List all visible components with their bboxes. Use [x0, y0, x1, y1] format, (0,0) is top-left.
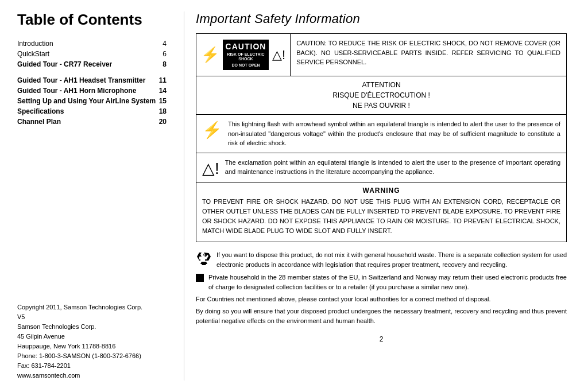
toc-page: 14 — [158, 86, 167, 96]
toc-row: QuickStart6 — [17, 49, 167, 59]
toc-page: 15 — [158, 96, 167, 106]
attention-line1: ATTENTION — [201, 80, 562, 90]
para2: By doing so you will ensure that your di… — [196, 306, 567, 326]
footer-line2: V5 — [17, 313, 25, 320]
page: Table of Contents Introduction4QuickStar… — [0, 0, 584, 392]
footer-line6: Phone: 1-800-3-SAMSON (1-800-372-6766) — [17, 352, 141, 359]
caution-sub2: DO NOT OPEN — [231, 63, 260, 68]
toc-page: 8 — [158, 59, 167, 69]
lightning-warning-text: This lightning flash with arrowhead symb… — [228, 119, 560, 148]
para1: For Countries not mentioned above, pleas… — [196, 294, 567, 304]
footer-line1: Copyright 2011, Samson Technologies Corp… — [17, 304, 142, 311]
toc-row: Setting Up and Using Your AirLine System… — [17, 96, 167, 106]
warning-block: WARNING TO PREVENT FIRE OR SHOCK HAZARD.… — [196, 183, 567, 242]
attention-line2: RISQUE D'ÉLECTROCUTION ! — [201, 90, 562, 100]
attention-block: ATTENTION RISQUE D'ÉLECTROCUTION ! NE PA… — [196, 76, 567, 115]
footer-line7: Fax: 631-784-2201 — [17, 362, 71, 369]
toc-label: Setting Up and Using Your AirLine System — [17, 96, 158, 106]
toc-label: Specifications — [17, 106, 158, 117]
toc-label: Guided Tour - AH1 Horn Microphone — [17, 86, 158, 96]
toc-label: QuickStart — [17, 49, 158, 59]
toc-page: 11 — [158, 75, 167, 86]
toc-page: 4 — [158, 38, 167, 49]
toc-page: 18 — [158, 106, 167, 117]
private-square-icon — [196, 274, 204, 282]
lightning-icon: ⚡ — [201, 46, 219, 64]
caution-word: CAUTION — [226, 42, 266, 51]
toc-label: Introduction — [17, 38, 158, 49]
caution-sub1: RISK OF ELECTRIC SHOCK — [226, 52, 265, 62]
lightning-warning-icon: ⚡ — [202, 121, 222, 139]
caution-block: ⚡ CAUTION RISK OF ELECTRIC SHOCK DO NOT … — [196, 33, 567, 76]
footer-line5: Hauppauge, New York 11788-8816 — [17, 343, 115, 350]
exclamation-triangle-icon: △! — [272, 48, 285, 63]
right-column: Important Safety Information ⚡ CAUTION R… — [184, 11, 567, 381]
warning-body: TO PREVENT FIRE OR SHOCK HAZARD. DO NOT … — [202, 197, 560, 236]
caution-text: CAUTION: TO REDUCE THE RISK OF ELECTRIC … — [291, 34, 566, 76]
toc-row: Channel Plan20 — [17, 117, 167, 127]
section-title: Important Safety Information — [196, 11, 567, 26]
attention-line3: NE PAS OUVRIR ! — [201, 100, 562, 111]
toc-row: Guided Tour - CR77 Receiver8 — [17, 59, 167, 69]
toc-page: 6 — [158, 49, 167, 59]
toc-label: Guided Tour - AH1 Headset Transmitter — [17, 75, 158, 86]
caution-left: ⚡ CAUTION RISK OF ELECTRIC SHOCK DO NOT … — [196, 34, 291, 76]
exclamation-row: △! The exclamation point within an equil… — [196, 153, 567, 183]
footer-line8: www.samsontech.com — [17, 372, 80, 379]
footer-line4: 45 Gilpin Avenue — [17, 333, 65, 340]
recycle-text: If you want to dispose this product, do … — [216, 250, 567, 270]
toc-table: Introduction4QuickStart6Guided Tour - CR… — [17, 38, 167, 127]
toc-page: 20 — [158, 117, 167, 127]
toc-label: Channel Plan — [17, 117, 158, 127]
toc-row: Introduction4 — [17, 38, 167, 49]
private-text: Private household in the 28 member state… — [208, 273, 567, 292]
toc-row: Guided Tour - AH1 Headset Transmitter11 — [17, 75, 167, 86]
lightning-row: ⚡ This lightning flash with arrowhead sy… — [196, 115, 567, 153]
exclamation-warning-icon: △! — [202, 159, 219, 178]
toc-row: Specifications18 — [17, 106, 167, 117]
caution-sign: CAUTION RISK OF ELECTRIC SHOCK DO NOT OP… — [223, 40, 269, 70]
exclamation-warning-text: The exclamation point within an equilate… — [225, 158, 560, 177]
recycle-icon — [196, 251, 212, 270]
warning-title: WARNING — [202, 187, 560, 195]
footer-line3: Samson Technologies Corp. — [17, 323, 96, 330]
toc-label: Guided Tour - CR77 Receiver — [17, 59, 158, 69]
toc-title: Table of Contents — [17, 11, 167, 28]
recycling-section: If you want to dispose this product, do … — [196, 250, 567, 326]
page-number: 2 — [196, 335, 567, 343]
private-row: Private household in the 28 member state… — [196, 273, 567, 292]
left-column: Table of Contents Introduction4QuickStar… — [17, 11, 184, 381]
recycle-row: If you want to dispose this product, do … — [196, 250, 567, 270]
footer: Copyright 2011, Samson Technologies Corp… — [17, 291, 167, 381]
toc-row: Guided Tour - AH1 Horn Microphone14 — [17, 86, 167, 96]
